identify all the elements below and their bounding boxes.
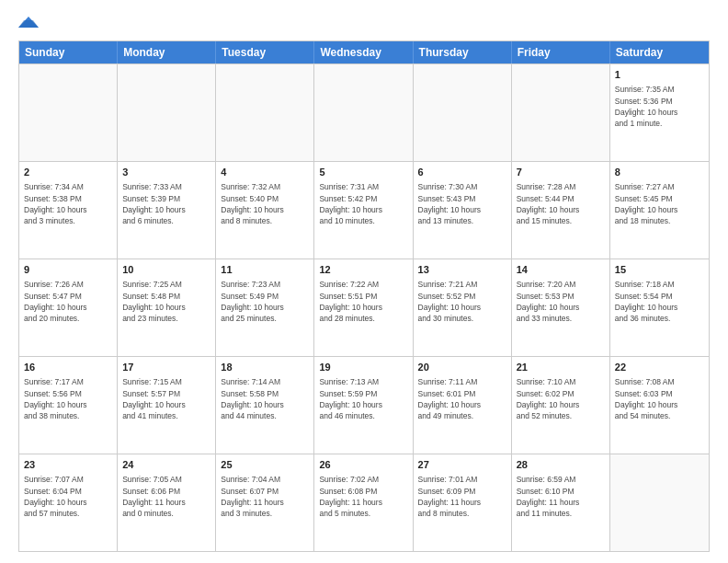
calendar-week-3: 16Sunrise: 7:17 AM Sunset: 5:56 PM Dayli…: [19, 356, 709, 454]
cal-cell-22: 22Sunrise: 7:08 AM Sunset: 6:03 PM Dayli…: [610, 357, 709, 454]
col-header-tuesday: Tuesday: [216, 41, 314, 63]
cell-info: Sunrise: 7:30 AM Sunset: 5:43 PM Dayligh…: [418, 181, 506, 226]
cal-cell-2: 2Sunrise: 7:34 AM Sunset: 5:38 PM Daylig…: [19, 162, 118, 259]
cell-info: Sunrise: 7:18 AM Sunset: 5:54 PM Dayligh…: [615, 279, 704, 324]
cell-info: Sunrise: 7:13 AM Sunset: 5:59 PM Dayligh…: [319, 376, 407, 421]
cell-info: Sunrise: 7:35 AM Sunset: 5:36 PM Dayligh…: [615, 84, 704, 129]
cell-info: Sunrise: 7:04 AM Sunset: 6:07 PM Dayligh…: [221, 474, 309, 519]
cell-day-number: 6: [418, 166, 506, 179]
cal-cell-empty-0: [19, 64, 118, 161]
cell-info: Sunrise: 7:25 AM Sunset: 5:48 PM Dayligh…: [122, 279, 210, 324]
calendar-header-row: SundayMondayTuesdayWednesdayThursdayFrid…: [19, 41, 709, 63]
cal-cell-11: 11Sunrise: 7:23 AM Sunset: 5:49 PM Dayli…: [216, 259, 314, 356]
cal-cell-4: 4Sunrise: 7:32 AM Sunset: 5:40 PM Daylig…: [216, 162, 314, 259]
cell-day-number: 5: [319, 166, 407, 179]
cal-cell-7: 7Sunrise: 7:28 AM Sunset: 5:44 PM Daylig…: [512, 162, 610, 259]
col-header-friday: Friday: [512, 41, 610, 63]
cell-day-number: 17: [122, 361, 210, 374]
cell-day-number: 28: [517, 458, 605, 472]
cal-cell-27: 27Sunrise: 7:01 AM Sunset: 6:09 PM Dayli…: [414, 454, 512, 551]
calendar-week-2: 9Sunrise: 7:26 AM Sunset: 5:47 PM Daylig…: [19, 259, 709, 356]
cell-info: Sunrise: 7:08 AM Sunset: 6:03 PM Dayligh…: [615, 376, 704, 421]
cal-cell-5: 5Sunrise: 7:31 AM Sunset: 5:42 PM Daylig…: [314, 162, 413, 259]
header: [18, 15, 710, 31]
cal-cell-23: 23Sunrise: 7:07 AM Sunset: 6:04 PM Dayli…: [19, 454, 118, 551]
cal-cell-empty-6: [610, 454, 709, 551]
cell-day-number: 24: [122, 458, 210, 472]
cal-cell-3: 3Sunrise: 7:33 AM Sunset: 5:39 PM Daylig…: [118, 162, 216, 259]
calendar-body: 1Sunrise: 7:35 AM Sunset: 5:36 PM Daylig…: [19, 63, 709, 551]
cell-info: Sunrise: 7:28 AM Sunset: 5:44 PM Dayligh…: [517, 181, 605, 226]
logo-icon: [18, 15, 39, 31]
cell-day-number: 18: [221, 361, 309, 374]
cell-day-number: 15: [615, 263, 704, 277]
cell-info: Sunrise: 6:59 AM Sunset: 6:10 PM Dayligh…: [517, 474, 605, 519]
cal-cell-12: 12Sunrise: 7:22 AM Sunset: 5:51 PM Dayli…: [314, 259, 413, 356]
cal-cell-empty-3: [314, 64, 413, 161]
cal-cell-8: 8Sunrise: 7:27 AM Sunset: 5:45 PM Daylig…: [610, 162, 709, 259]
cal-cell-1: 1Sunrise: 7:35 AM Sunset: 5:36 PM Daylig…: [610, 64, 709, 161]
cell-day-number: 27: [418, 458, 506, 472]
cell-day-number: 16: [24, 361, 112, 374]
cell-info: Sunrise: 7:14 AM Sunset: 5:58 PM Dayligh…: [221, 376, 309, 421]
cell-day-number: 20: [418, 361, 506, 374]
cal-cell-empty-1: [118, 64, 216, 161]
cell-info: Sunrise: 7:33 AM Sunset: 5:39 PM Dayligh…: [122, 181, 210, 226]
cell-day-number: 3: [122, 166, 210, 179]
cell-info: Sunrise: 7:31 AM Sunset: 5:42 PM Dayligh…: [319, 181, 407, 226]
cell-info: Sunrise: 7:27 AM Sunset: 5:45 PM Dayligh…: [615, 181, 704, 226]
cell-day-number: 8: [615, 166, 704, 179]
cell-info: Sunrise: 7:10 AM Sunset: 6:02 PM Dayligh…: [517, 376, 605, 421]
cell-info: Sunrise: 7:01 AM Sunset: 6:09 PM Dayligh…: [418, 474, 506, 519]
calendar-week-0: 1Sunrise: 7:35 AM Sunset: 5:36 PM Daylig…: [19, 63, 709, 161]
cell-day-number: 19: [319, 361, 407, 374]
calendar: SundayMondayTuesdayWednesdayThursdayFrid…: [18, 40, 710, 552]
col-header-monday: Monday: [118, 41, 216, 63]
cell-info: Sunrise: 7:11 AM Sunset: 6:01 PM Dayligh…: [418, 376, 506, 421]
calendar-week-4: 23Sunrise: 7:07 AM Sunset: 6:04 PM Dayli…: [19, 454, 709, 551]
cal-cell-16: 16Sunrise: 7:17 AM Sunset: 5:56 PM Dayli…: [19, 357, 118, 454]
cal-cell-18: 18Sunrise: 7:14 AM Sunset: 5:58 PM Dayli…: [216, 357, 314, 454]
cell-info: Sunrise: 7:07 AM Sunset: 6:04 PM Dayligh…: [24, 474, 112, 519]
cell-day-number: 1: [615, 68, 704, 82]
cal-cell-25: 25Sunrise: 7:04 AM Sunset: 6:07 PM Dayli…: [216, 454, 314, 551]
cell-day-number: 4: [221, 166, 309, 179]
cal-cell-empty-2: [216, 64, 314, 161]
cell-day-number: 13: [418, 263, 506, 277]
cell-day-number: 7: [517, 166, 605, 179]
cell-day-number: 25: [221, 458, 309, 472]
cal-cell-empty-4: [414, 64, 512, 161]
cell-day-number: 21: [517, 361, 605, 374]
cal-cell-14: 14Sunrise: 7:20 AM Sunset: 5:53 PM Dayli…: [512, 259, 610, 356]
cell-day-number: 12: [319, 263, 407, 277]
cell-info: Sunrise: 7:23 AM Sunset: 5:49 PM Dayligh…: [221, 279, 309, 324]
cell-info: Sunrise: 7:15 AM Sunset: 5:57 PM Dayligh…: [122, 376, 210, 421]
cell-day-number: 9: [24, 263, 112, 277]
cal-cell-28: 28Sunrise: 6:59 AM Sunset: 6:10 PM Dayli…: [512, 454, 610, 551]
cal-cell-24: 24Sunrise: 7:05 AM Sunset: 6:06 PM Dayli…: [118, 454, 216, 551]
cell-info: Sunrise: 7:02 AM Sunset: 6:08 PM Dayligh…: [319, 474, 407, 519]
cell-info: Sunrise: 7:22 AM Sunset: 5:51 PM Dayligh…: [319, 279, 407, 324]
cal-cell-6: 6Sunrise: 7:30 AM Sunset: 5:43 PM Daylig…: [414, 162, 512, 259]
cal-cell-19: 19Sunrise: 7:13 AM Sunset: 5:59 PM Dayli…: [314, 357, 413, 454]
cell-day-number: 11: [221, 263, 309, 277]
cell-info: Sunrise: 7:21 AM Sunset: 5:52 PM Dayligh…: [418, 279, 506, 324]
cal-cell-empty-5: [512, 64, 610, 161]
cell-day-number: 23: [24, 458, 112, 472]
cell-info: Sunrise: 7:05 AM Sunset: 6:06 PM Dayligh…: [122, 474, 210, 519]
logo: [18, 15, 42, 31]
cal-cell-21: 21Sunrise: 7:10 AM Sunset: 6:02 PM Dayli…: [512, 357, 610, 454]
col-header-wednesday: Wednesday: [314, 41, 413, 63]
svg-marker-1: [18, 20, 39, 28]
cal-cell-13: 13Sunrise: 7:21 AM Sunset: 5:52 PM Dayli…: [414, 259, 512, 356]
col-header-thursday: Thursday: [414, 41, 512, 63]
cell-info: Sunrise: 7:26 AM Sunset: 5:47 PM Dayligh…: [24, 279, 112, 324]
page: SundayMondayTuesdayWednesdayThursdayFrid…: [0, 0, 728, 563]
cal-cell-9: 9Sunrise: 7:26 AM Sunset: 5:47 PM Daylig…: [19, 259, 118, 356]
calendar-week-1: 2Sunrise: 7:34 AM Sunset: 5:38 PM Daylig…: [19, 161, 709, 259]
cell-info: Sunrise: 7:20 AM Sunset: 5:53 PM Dayligh…: [517, 279, 605, 324]
cal-cell-10: 10Sunrise: 7:25 AM Sunset: 5:48 PM Dayli…: [118, 259, 216, 356]
cell-day-number: 22: [615, 361, 704, 374]
cell-day-number: 10: [122, 263, 210, 277]
cal-cell-26: 26Sunrise: 7:02 AM Sunset: 6:08 PM Dayli…: [314, 454, 413, 551]
